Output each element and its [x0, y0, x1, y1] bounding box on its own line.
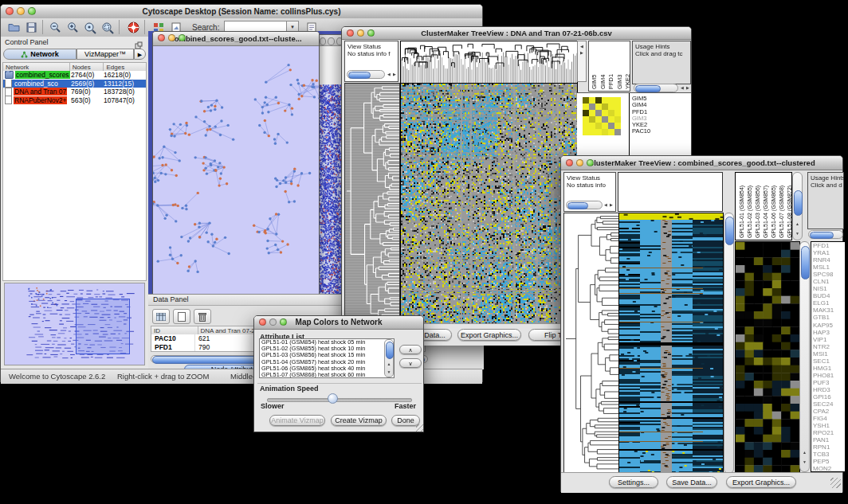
- tabs-overflow-button[interactable]: ▶: [134, 49, 146, 60]
- scroll-thumb[interactable]: [567, 202, 588, 209]
- gene-label[interactable]: PAN1: [811, 436, 845, 443]
- scroll-thumb[interactable]: [801, 246, 810, 279]
- column-label[interactable]: GIM4: [599, 43, 607, 89]
- usage-hints-hscrollbar[interactable]: [808, 230, 843, 239]
- tab-network[interactable]: Network: [3, 49, 77, 60]
- zoom-button[interactable]: [367, 29, 375, 37]
- save-session-button[interactable]: [23, 20, 39, 35]
- detail-vscrollbar[interactable]: ▲ ▼: [799, 241, 810, 472]
- inactive-close-button[interactable]: [320, 37, 326, 45]
- gene-label[interactable]: PHO81: [811, 372, 845, 379]
- gene-label[interactable]: SEC24: [811, 400, 845, 408]
- heatmap-vscrollbar[interactable]: [724, 213, 734, 474]
- save-data-button[interactable]: Save Data...: [666, 476, 717, 488]
- settings-button[interactable]: Settings...: [609, 476, 658, 488]
- network-view-titlebar[interactable]: combined_scores_good.txt--cluste...: [153, 32, 319, 46]
- scroll-left-arrow[interactable]: ◀: [387, 72, 391, 76]
- header-nodes[interactable]: Nodes: [70, 63, 104, 71]
- close-button[interactable]: [158, 34, 165, 41]
- gene-label[interactable]: HRD3: [811, 386, 845, 393]
- gene-label[interactable]: BUD4: [811, 292, 845, 299]
- scroll-up-arrow[interactable]: ▲: [803, 451, 807, 455]
- gene-label[interactable]: HMG1: [811, 365, 845, 372]
- scroll-thumb[interactable]: [725, 217, 734, 245]
- treeview1-heatmap[interactable]: [400, 83, 578, 325]
- minimize-button[interactable]: [168, 34, 175, 41]
- zoom-button[interactable]: [28, 7, 36, 15]
- scroll-thumb[interactable]: [635, 85, 661, 92]
- gene-label[interactable]: PFD1: [811, 242, 845, 249]
- scroll-left-arrow[interactable]: ◀: [580, 45, 583, 49]
- treeview1-row-dendrogram[interactable]: [344, 83, 400, 325]
- gene-label[interactable]: YRA1: [811, 249, 845, 256]
- treeview1-matrix-heatmap[interactable]: [583, 97, 621, 135]
- gene-label[interactable]: MAK31: [811, 307, 845, 314]
- gene-label[interactable]: RNR4: [811, 256, 845, 264]
- zoom-out-button[interactable]: [47, 20, 63, 35]
- resize-grip[interactable]: [416, 424, 423, 432]
- zoom-button[interactable]: [587, 159, 594, 166]
- scroll-left-arrow[interactable]: ◀: [604, 203, 607, 207]
- scroll-left-arrow[interactable]: ◀: [681, 86, 684, 90]
- dense-network-canvas[interactable]: [318, 84, 342, 295]
- speed-slider-thumb[interactable]: [328, 393, 338, 404]
- column-label[interactable]: GPL51-06 (GSM865): [770, 174, 778, 238]
- view-status-hscrollbar[interactable]: [347, 70, 385, 79]
- gene-label[interactable]: MON2: [811, 465, 845, 472]
- scroll-right-arrow[interactable]: ▶: [393, 72, 396, 76]
- header-edges[interactable]: Edges: [104, 63, 146, 71]
- help-button[interactable]: [125, 20, 141, 35]
- scroll-thumb[interactable]: [794, 190, 803, 216]
- treeview2-row-dendrogram[interactable]: [563, 213, 619, 474]
- gene-label[interactable]: KAP95: [811, 322, 845, 329]
- gene-label[interactable]: SEC1: [811, 357, 845, 365]
- network-row[interactable]: DNA and Tran 07 769(0) 183728(0): [3, 88, 146, 96]
- close-button[interactable]: [566, 159, 573, 166]
- scroll-thumb[interactable]: [348, 72, 371, 79]
- select-attributes-button[interactable]: [152, 309, 170, 324]
- column-label[interactable]: GIM3: [616, 43, 624, 89]
- gene-label[interactable]: NIS1: [811, 285, 845, 292]
- create-vizmap-button[interactable]: Create Vizmap: [331, 415, 387, 426]
- scroll-thumb[interactable]: [386, 342, 394, 359]
- scroll-up-arrow[interactable]: ▲: [795, 222, 799, 226]
- column-label[interactable]: GPL51-04 (GSM857): [762, 174, 770, 238]
- close-button[interactable]: [259, 318, 266, 326]
- scroll-down-arrow[interactable]: ▼: [795, 232, 799, 236]
- treeview2-heatmap[interactable]: [618, 213, 724, 474]
- network-row[interactable]: combined_sco 2569(6) 13112(15): [3, 80, 146, 88]
- resize-grip[interactable]: [830, 478, 841, 488]
- network-overview-thumbnail[interactable]: [4, 283, 145, 365]
- treeview1-column-dendrogram[interactable]: [400, 41, 578, 84]
- treeview1-mini-scrollbar[interactable]: ◀ ▶: [577, 41, 587, 82]
- map-colors-titlebar[interactable]: Map Colors to Network: [254, 316, 423, 330]
- attribute-list-vscrollbar[interactable]: ▲ ▼: [384, 339, 394, 377]
- zoom-selected-button[interactable]: [82, 20, 98, 35]
- create-attribute-button[interactable]: [173, 309, 190, 324]
- treeview2-titlebar[interactable]: ClusterMaker TreeView : combined_scores_…: [561, 156, 842, 170]
- close-button[interactable]: [6, 7, 14, 15]
- gene-label[interactable]: PEP5: [811, 458, 845, 465]
- scroll-thumb[interactable]: [810, 232, 834, 239]
- gene-label[interactable]: ELG1: [811, 299, 845, 307]
- gene-label[interactable]: TCB3: [811, 451, 845, 458]
- overview-canvas[interactable]: [6, 284, 143, 364]
- gene-label[interactable]: PUF3: [811, 379, 845, 386]
- view-status-hscrollbar[interactable]: [566, 201, 603, 209]
- gene-label[interactable]: NTR2: [811, 343, 845, 350]
- gene-label[interactable]: RPN1: [811, 443, 845, 451]
- export-graphics-button[interactable]: Export Graphics...: [726, 476, 796, 488]
- move-up-button[interactable]: ∧: [399, 345, 422, 354]
- gene-label[interactable]: GTB1: [811, 314, 845, 321]
- usage-hints-hscrollbar[interactable]: [634, 84, 678, 92]
- minimize-button[interactable]: [576, 159, 583, 166]
- tab-vizmapper[interactable]: VizMapper™: [77, 49, 134, 60]
- gene-label[interactable]: VIP1: [811, 336, 845, 343]
- move-down-button[interactable]: ∨: [399, 358, 422, 368]
- column-label[interactable]: GPL51-08 (GSM872): [786, 174, 792, 238]
- treeview1-titlebar[interactable]: ClusterMaker TreeView : DNA and Tran 07-…: [342, 27, 691, 40]
- scroll-down-arrow[interactable]: ▼: [387, 370, 391, 374]
- column-label[interactable]: GPL51-03 (GSM856): [754, 174, 762, 238]
- gene-label[interactable]: CLN1: [811, 278, 845, 285]
- gene-label[interactable]: HAP3: [811, 329, 845, 336]
